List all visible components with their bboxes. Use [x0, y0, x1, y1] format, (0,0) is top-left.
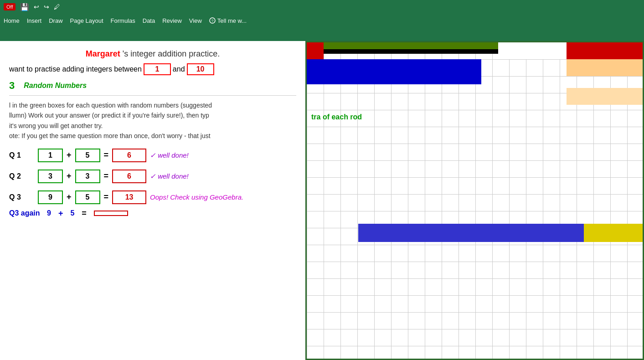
- q3-num1[interactable]: 9: [38, 190, 63, 204]
- menu-insert[interactable]: Insert: [27, 17, 42, 24]
- random-label: Random Numbers: [24, 82, 87, 90]
- instruction-line-1: l in the green boxes for each question w…: [9, 100, 296, 110]
- count-row: 3 Random Numbers: [9, 80, 296, 92]
- menu-draw[interactable]: Draw: [49, 17, 62, 24]
- instruction-line-4: ote: If you get the same question more t…: [9, 131, 296, 141]
- lightbulb-icon: ?: [209, 17, 216, 24]
- bar-red-right-1: [567, 42, 644, 59]
- separator: [9, 95, 296, 96]
- menu-formulas[interactable]: Formulas: [111, 17, 135, 24]
- instructions: l in the green boxes for each question w…: [9, 100, 296, 141]
- q3-row: Q 3 9 + 5 = 13 Oops! Check using GeoGebr…: [9, 190, 296, 204]
- question-count: 3: [9, 80, 15, 92]
- q3-again-num2: 5: [70, 209, 74, 217]
- q2-num2[interactable]: 3: [75, 170, 100, 183]
- svg-text:?: ?: [211, 19, 213, 23]
- q3-eq: =: [104, 192, 109, 202]
- q2-eq: =: [104, 171, 109, 181]
- q3-answer[interactable]: 13: [112, 190, 146, 204]
- range-row: want to practise adding integers between…: [9, 63, 296, 75]
- q1-section: Q 1 1 + 5 = 6 ✓ well done!: [9, 149, 296, 162]
- q1-num2[interactable]: 5: [75, 149, 100, 162]
- q2-row: Q 2 3 + 3 = 6 ✓ well done!: [9, 170, 296, 183]
- q1-label: Q 1: [9, 151, 34, 159]
- q1-op: +: [67, 150, 72, 160]
- bar-green-top: [324, 42, 498, 49]
- off-button[interactable]: Off: [4, 3, 15, 10]
- range-min-input[interactable]: 1: [144, 63, 171, 75]
- redo-icon[interactable]: ↪: [44, 3, 49, 10]
- instruction-line-2: llumn) Work out your answer (or predict …: [9, 110, 296, 120]
- q3-feedback: Oops! Check using GeoGebra.: [150, 193, 243, 201]
- menu-tell-me[interactable]: ? Tell me w...: [209, 17, 247, 24]
- q2-num1[interactable]: 3: [38, 170, 63, 183]
- title-text: 's integer addition practice.: [123, 49, 220, 58]
- menu-review[interactable]: Review: [162, 17, 182, 24]
- q1-row: Q 1 1 + 5 = 6 ✓ well done!: [9, 149, 296, 162]
- menu-data[interactable]: Data: [143, 17, 155, 24]
- menu-bar: Home Insert Draw Page Layout Formulas Da…: [0, 14, 644, 27]
- format-icon[interactable]: 🖊: [54, 3, 60, 10]
- menu-page-layout[interactable]: Page Layout: [70, 17, 103, 24]
- range-label: want to practise adding integers between: [9, 65, 142, 73]
- q1-bar-yellow: [584, 224, 644, 242]
- range-and: and: [173, 65, 185, 73]
- q3-num2[interactable]: 5: [75, 190, 100, 204]
- q3-label: Q 3: [9, 193, 34, 201]
- q1-bar-blue: [358, 224, 584, 242]
- q1-eq: =: [104, 150, 109, 160]
- q3-again-answer[interactable]: [94, 211, 128, 216]
- q1-num1[interactable]: 1: [38, 149, 63, 162]
- save-icon[interactable]: 💾: [20, 3, 29, 11]
- undo-icon[interactable]: ↩: [34, 3, 39, 10]
- rod-label: tra of each rod: [311, 113, 362, 121]
- menu-view[interactable]: View: [189, 17, 202, 24]
- title-bar: Off 💾 ↩ ↪ 🖊: [0, 0, 644, 14]
- q1-feedback: ✓ well done!: [150, 151, 189, 159]
- q3-again-row: Q3 again 9 + 5 =: [9, 209, 296, 218]
- main-content: Margaret 's integer addition practice. w…: [0, 41, 644, 360]
- q2-op: +: [67, 171, 72, 181]
- q3-op: +: [67, 192, 72, 202]
- q3-again-num1: 9: [47, 209, 51, 217]
- page-title: Margaret 's integer addition practice.: [9, 49, 296, 59]
- bar-black-top: [324, 49, 498, 54]
- range-max-input[interactable]: 10: [187, 63, 214, 75]
- q3-again-op: +: [58, 209, 63, 218]
- q2-feedback: ✓ well done!: [150, 172, 189, 180]
- instruction-line-3: it's wrong you will get another try.: [9, 121, 296, 131]
- q1-answer[interactable]: 6: [112, 149, 146, 162]
- q2-section: Q 2 3 + 3 = 6 ✓ well done!: [9, 170, 296, 183]
- menu-home[interactable]: Home: [4, 17, 20, 24]
- excel-toolbar: Off 💾 ↩ ↪ 🖊 Home Insert Draw Page Layout…: [0, 0, 644, 41]
- q2-label: Q 2: [9, 172, 34, 180]
- right-panel: tra of each rod: [305, 41, 644, 360]
- left-panel: Margaret 's integer addition practice. w…: [0, 41, 305, 360]
- q3-again-label: Q3 again: [9, 209, 43, 217]
- bar-red-top: [307, 42, 324, 59]
- student-name: Margaret: [86, 49, 120, 58]
- bar-blue-main: [307, 59, 481, 84]
- q3-section: Q 3 9 + 5 = 13 Oops! Check using GeoGebr…: [9, 190, 296, 218]
- q2-answer[interactable]: 6: [112, 170, 146, 183]
- bar-orange-right: [567, 59, 644, 76]
- bar-peach-right: [567, 88, 644, 105]
- q3-again-eq: =: [82, 209, 87, 218]
